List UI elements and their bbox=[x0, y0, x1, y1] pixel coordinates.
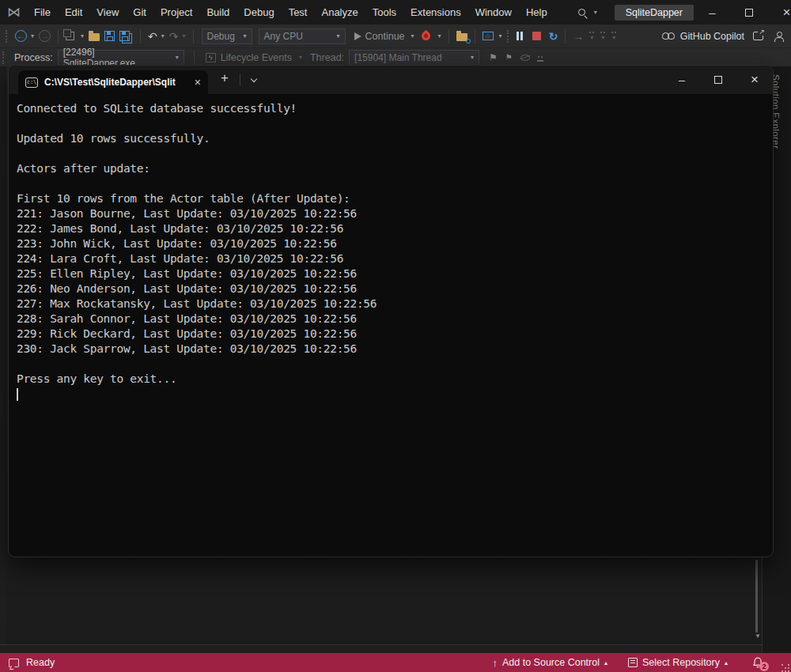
save-all-button[interactable] bbox=[117, 27, 135, 46]
thread-value: [15904] Main Thread bbox=[354, 52, 442, 63]
undo-button[interactable]: ↶ ▾ bbox=[146, 27, 167, 46]
new-item-icon bbox=[66, 32, 74, 40]
open-file-button[interactable] bbox=[86, 27, 102, 46]
stack-frames-icon[interactable]: ⚑ bbox=[505, 53, 513, 62]
new-project-button[interactable]: ▾ bbox=[63, 27, 86, 46]
vs-maximize-button[interactable] bbox=[731, 0, 768, 25]
terminal-line bbox=[17, 176, 765, 191]
up-arrow-icon: ↑ bbox=[493, 657, 498, 669]
terminal-minimize-button[interactable]: – bbox=[664, 66, 700, 94]
menu-item[interactable]: View bbox=[89, 0, 126, 25]
step-caret-icon: ▾ bbox=[601, 34, 604, 41]
toolbar-grip[interactable] bbox=[6, 30, 8, 43]
redo-button[interactable]: ↷ ▾ bbox=[167, 27, 188, 46]
terminal-line: 229: Rick Deckard, Last Update: 03/10/20… bbox=[17, 327, 765, 342]
editor-vertical-scrollbar[interactable] bbox=[755, 560, 758, 632]
flag-icon[interactable]: ⚑ bbox=[489, 52, 498, 63]
terminal-tab-dropdown-button[interactable] bbox=[251, 76, 257, 82]
live-share-button[interactable] bbox=[772, 27, 786, 46]
copilot-label: GitHub Copilot bbox=[680, 31, 744, 42]
lifecycle-events-label[interactable]: Lifecycle Events bbox=[221, 52, 292, 63]
scrollbar-down-arrow-icon[interactable]: ▼ bbox=[755, 632, 761, 640]
save-button[interactable] bbox=[102, 27, 117, 46]
step-caret-icon: ▾ bbox=[590, 34, 593, 41]
continue-button[interactable]: Continue ▾ bbox=[352, 27, 417, 46]
share-button[interactable] bbox=[744, 27, 772, 46]
toolbar-grip[interactable] bbox=[2, 51, 5, 64]
terminal-close-button[interactable]: × bbox=[736, 66, 773, 94]
menu-item[interactable]: Extensions bbox=[403, 0, 468, 25]
add-to-source-control-label: Add to Source Control bbox=[502, 657, 600, 668]
show-next-statement-button[interactable]: → bbox=[570, 27, 586, 46]
pause-icon bbox=[517, 32, 523, 40]
navigate-back-button[interactable]: ← ▾ bbox=[13, 27, 36, 46]
terminal-line: Connected to SQLite database successfull… bbox=[17, 101, 765, 116]
toolbar-grip[interactable] bbox=[507, 30, 509, 43]
navigate-forward-button[interactable]: → bbox=[36, 27, 53, 46]
step-over-button[interactable]: ▾ bbox=[597, 32, 608, 41]
menu-item[interactable]: Build bbox=[199, 0, 237, 25]
terminal-line: 230: Jack Sparrow, Last Update: 03/10/20… bbox=[17, 342, 765, 357]
process-dropdown[interactable]: [22496] SqliteDapper.exe ▾ bbox=[58, 50, 184, 66]
restart-button[interactable]: ↻ bbox=[547, 27, 561, 46]
search-button[interactable]: ▾ bbox=[575, 9, 600, 16]
status-bar: Ready ↑ Add to Source Control ▴ Select R… bbox=[0, 653, 791, 672]
save-all-icon bbox=[119, 31, 130, 41]
menu-item[interactable]: Analyze bbox=[314, 0, 365, 25]
hot-reload-flame-icon bbox=[419, 30, 432, 43]
menu-item[interactable]: Test bbox=[282, 0, 315, 25]
terminal-title-bar[interactable]: c:\ C:\VS\Test\SqliteDapper\Sqlit × + – … bbox=[9, 66, 773, 94]
step-out-button[interactable]: ▾ bbox=[608, 32, 619, 41]
menu-item[interactable]: Edit bbox=[58, 0, 89, 25]
back-arrow-icon: ← bbox=[15, 30, 27, 42]
step-into-button[interactable]: ▾ bbox=[586, 32, 597, 41]
maximize-icon bbox=[745, 9, 753, 17]
eye-off-icon[interactable] bbox=[520, 55, 530, 61]
vs-close-button[interactable]: × bbox=[768, 0, 791, 25]
step-caret-icon: ▾ bbox=[612, 34, 615, 41]
find-in-files-button[interactable] bbox=[454, 27, 470, 46]
terminal-tab-close-button[interactable]: × bbox=[195, 77, 201, 88]
thread-dropdown[interactable]: [15904] Main Thread ▾ bbox=[349, 50, 479, 66]
restart-icon: ↻ bbox=[549, 30, 558, 43]
feedback-icon[interactable] bbox=[9, 659, 19, 667]
more-options-button[interactable] bbox=[534, 53, 547, 62]
status-right-group: ↑ Add to Source Control ▴ Select Reposit… bbox=[472, 656, 785, 669]
debug-location-bar: Process: [22496] SqliteDapper.exe ▾ ϟ Li… bbox=[0, 47, 791, 66]
menu-item[interactable]: Project bbox=[153, 0, 199, 25]
undo-caret-icon: ▾ bbox=[161, 32, 165, 40]
solution-platform-dropdown[interactable]: Any CPU ▾ bbox=[259, 28, 346, 44]
resize-grip[interactable] bbox=[782, 664, 783, 666]
menu-item[interactable]: File bbox=[27, 0, 58, 25]
terminal-tab[interactable]: c:\ C:\VS\Test\SqliteDapper\Sqlit × bbox=[18, 70, 208, 94]
notifications-button[interactable]: 2 bbox=[751, 656, 764, 669]
menu-item[interactable]: Debug bbox=[237, 0, 281, 25]
home-window-icon: ⌂ bbox=[483, 32, 494, 40]
thread-caret-icon: ▾ bbox=[471, 54, 474, 61]
visual-studio-logo-icon: ⋈ bbox=[7, 0, 21, 25]
break-all-button[interactable] bbox=[514, 27, 525, 46]
menu-item[interactable]: Tools bbox=[365, 0, 403, 25]
menu-item[interactable]: Help bbox=[519, 0, 554, 25]
menu-item[interactable]: Git bbox=[126, 0, 153, 25]
show-all-windows-button[interactable]: ⌂ ▾ bbox=[480, 27, 505, 46]
github-copilot-button[interactable]: GitHub Copilot bbox=[662, 31, 744, 42]
new-item-caret-icon: ▾ bbox=[81, 32, 84, 40]
hot-reload-button[interactable]: ▾ bbox=[417, 27, 444, 46]
status-left-group: Ready bbox=[9, 657, 55, 668]
select-repository-button[interactable]: Select Repository ▴ bbox=[628, 657, 728, 668]
configuration-caret-icon: ▾ bbox=[244, 32, 247, 40]
add-to-source-control-button[interactable]: ↑ Add to Source Control ▴ bbox=[493, 657, 608, 669]
terminal-output[interactable]: Connected to SQLite database successfull… bbox=[9, 94, 773, 408]
vs-minimize-button[interactable]: – bbox=[694, 0, 731, 25]
solution-name-button[interactable]: SqliteDapper bbox=[615, 5, 694, 21]
copilot-goggles-icon bbox=[662, 32, 675, 40]
terminal-new-tab-button[interactable]: + bbox=[221, 71, 229, 85]
stop-debugging-button[interactable] bbox=[530, 27, 543, 46]
command-prompt-icon: c:\ bbox=[25, 77, 38, 88]
menu-item[interactable]: Window bbox=[468, 0, 519, 25]
open-folder-icon bbox=[89, 33, 100, 41]
solution-configuration-dropdown[interactable]: Debug ▾ bbox=[202, 28, 252, 44]
toolbar-separator bbox=[140, 29, 141, 43]
terminal-maximize-button[interactable] bbox=[700, 66, 736, 94]
